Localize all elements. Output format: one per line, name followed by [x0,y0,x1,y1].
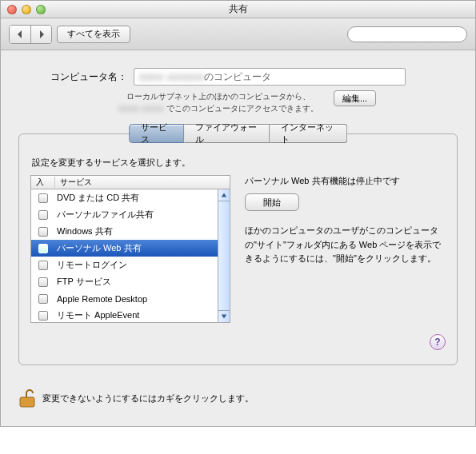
show-all-button[interactable]: すべてを表示 [57,26,130,43]
scroll-down-button[interactable] [218,310,230,322]
service-checkbox[interactable] [31,193,55,203]
scroll-up-button[interactable] [218,189,230,201]
computer-name-subtext: ローカルサブネット上のほかのコンピュータから、 aaaa-aaaa でこのコンピ… [114,90,458,114]
service-row[interactable]: パーソナルファイル共有 [31,206,218,223]
service-checkbox[interactable] [31,294,55,304]
back-button[interactable] [10,26,30,43]
lock-label: 変更できないようにするにはカギをクリックします。 [42,392,254,404]
service-row[interactable]: DVD または CD 共有 [31,189,218,206]
services-groupbox: サービス ファイアウォール インターネット 設定を変更するサービスを選択します。… [18,133,458,365]
help-row: ? [30,334,446,350]
computer-name-suffix: のコンピュータ [204,70,271,84]
help-button[interactable]: ? [430,334,446,350]
service-row[interactable]: FTP サービス [31,273,218,290]
service-checkbox[interactable] [31,227,55,237]
services-instruct: 設定を変更するサービスを選択します。 [32,157,446,169]
lock-row: 変更できないようにするにはカギをクリックします。 [1,376,475,426]
service-label: Apple Remote Desktop [55,294,218,304]
service-label: リモートログイン [55,259,218,271]
service-detail: パーソナル Web 共有機能は停止中です 開始 ほかのコンピュータのユーザがこの… [245,175,446,323]
service-checkbox[interactable] [31,311,55,321]
preferences-window: 共有 すべてを表示 コンピュータ名： aaaa aaaaaa のコンピュータ ロ… [0,0,476,427]
content-area: コンピュータ名： aaaa aaaaaa のコンピュータ ローカルサブネット上の… [1,50,475,376]
service-checkbox[interactable] [31,244,55,253]
service-label: Windows 共有 [55,225,218,237]
edit-name-button[interactable]: 編集... [334,90,376,106]
tabs: サービス ファイアウォール インターネット [129,124,348,143]
window-title: 共有 [1,2,475,16]
titlebar: 共有 [1,1,475,18]
col-service[interactable]: サービス [55,177,230,188]
service-label: リモート AppleEvent [55,309,218,321]
search-field[interactable] [347,26,467,42]
service-row[interactable]: リモートログイン [31,257,218,273]
service-label: DVD または CD 共有 [55,192,218,204]
service-list-header: 入 サービス [30,175,230,189]
service-row[interactable]: リモート AppleEvent [31,307,218,323]
computer-name-field[interactable]: aaaa aaaaaa のコンピュータ [134,68,406,86]
service-row[interactable]: Apple Remote Desktop [31,290,218,307]
service-label: パーソナルファイル共有 [55,209,218,221]
computer-name-label: コンピュータ名： [50,70,127,84]
service-row[interactable]: Windows 共有 [31,223,218,240]
tab-internet[interactable]: インターネット [270,124,347,143]
toolbar: すべてを表示 [1,18,475,50]
service-list: 入 サービス DVD または CD 共有パーソナルファイル共有Windows 共… [30,175,230,323]
tab-firewall[interactable]: ファイアウォール [184,124,270,143]
service-checkbox[interactable] [31,277,55,287]
tab-services[interactable]: サービス [129,124,184,143]
detail-heading: パーソナル Web 共有機能は停止中です [245,175,446,187]
search-input[interactable] [356,30,466,39]
nav-group [9,25,52,44]
service-row[interactable]: パーソナル Web 共有 [31,240,218,257]
service-label: FTP サービス [55,276,218,288]
computer-name-row: コンピュータ名： aaaa aaaaaa のコンピュータ [50,68,458,86]
lock-open-icon[interactable] [18,388,36,408]
service-list-body: DVD または CD 共有パーソナルファイル共有Windows 共有パーソナル … [30,189,230,323]
scrollbar[interactable] [218,189,230,322]
detail-description: ほかのコンピュータのユーザがこのコンピュータの"サイト"フォルダ内にある Web… [245,224,446,266]
computer-name-blurred: aaaa aaaaaa [139,71,204,82]
forward-button[interactable] [30,26,51,43]
service-checkbox[interactable] [31,210,55,220]
service-label: パーソナル Web 共有 [55,242,218,254]
col-arrivals[interactable]: 入 [31,177,55,188]
start-button[interactable]: 開始 [245,193,299,211]
service-checkbox[interactable] [31,261,55,270]
